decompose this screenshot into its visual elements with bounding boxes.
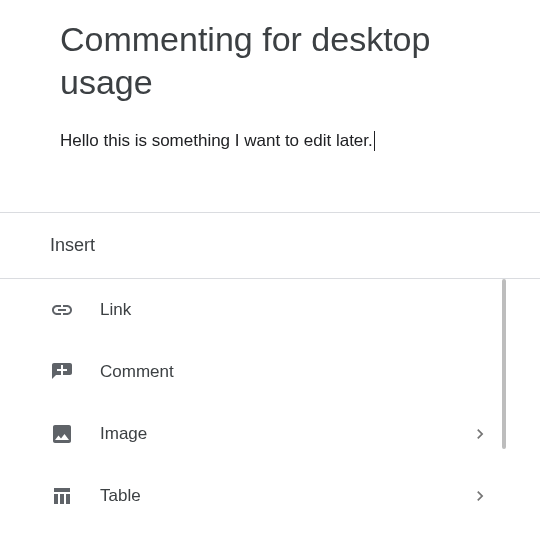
- document-body[interactable]: Hello this is something I want to edit l…: [60, 131, 480, 152]
- insert-item-label: Image: [100, 424, 470, 444]
- document-area: Commenting for desktop usage Hello this …: [0, 0, 540, 192]
- scroll-indicator[interactable]: [502, 279, 506, 449]
- image-icon: [50, 422, 74, 446]
- insert-item-label: Link: [100, 300, 490, 320]
- document-body-text[interactable]: Hello this is something I want to edit l…: [60, 131, 373, 151]
- chevron-right-icon: [470, 424, 490, 444]
- insert-item-table[interactable]: Table: [0, 465, 540, 527]
- insert-sheet-heading: Insert: [0, 213, 540, 278]
- insert-item-label: Table: [100, 486, 470, 506]
- insert-item-link[interactable]: Link: [0, 279, 540, 341]
- insert-item-label: Comment: [100, 362, 490, 382]
- comment-icon: [50, 360, 74, 384]
- insert-sheet: Insert Link Comment Image: [0, 212, 540, 527]
- insert-menu: Link Comment Image Table: [0, 278, 540, 527]
- text-cursor: [374, 131, 375, 151]
- link-icon: [50, 298, 74, 322]
- insert-item-image[interactable]: Image: [0, 403, 540, 465]
- table-icon: [50, 484, 74, 508]
- document-title[interactable]: Commenting for desktop usage: [60, 18, 480, 103]
- chevron-right-icon: [470, 486, 490, 506]
- insert-item-comment[interactable]: Comment: [0, 341, 540, 403]
